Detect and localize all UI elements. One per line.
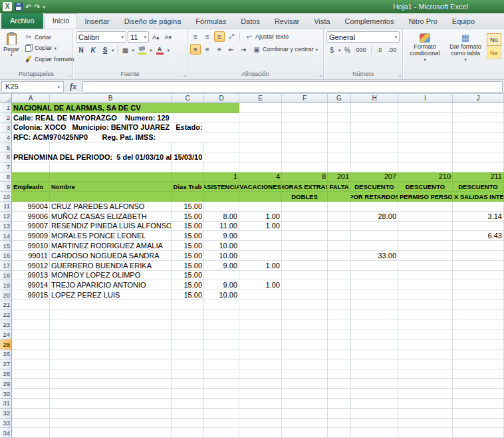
cell-J26[interactable] — [453, 349, 504, 359]
wrap-text-button[interactable]: ↩ Ajustar texto — [243, 32, 291, 42]
cell-F27[interactable] — [282, 359, 328, 369]
cell-C27[interactable] — [172, 359, 204, 369]
cell-C24[interactable] — [172, 329, 204, 339]
cell-I21[interactable] — [398, 300, 453, 310]
cell-A16[interactable]: 99011 — [12, 251, 50, 261]
cell-B26[interactable] — [50, 349, 172, 359]
cell-J30[interactable] — [453, 389, 504, 399]
row-header-22[interactable]: 22 — [0, 310, 12, 320]
cell-style-normal[interactable]: No — [487, 33, 501, 46]
cell-H27[interactable] — [351, 359, 398, 369]
cell-E16[interactable] — [239, 251, 282, 261]
cell-I1[interactable] — [398, 103, 453, 113]
cell-H18[interactable] — [351, 271, 398, 281]
cell-G13[interactable] — [328, 222, 351, 232]
redo-icon[interactable]: ↷ — [34, 3, 40, 11]
row-header-30[interactable]: 30 — [0, 389, 12, 399]
cell-C15[interactable]: 15.00 — [172, 241, 204, 251]
cell-E34[interactable] — [239, 428, 282, 438]
cell-B29[interactable] — [50, 379, 172, 389]
cell-F15[interactable] — [282, 241, 328, 251]
cell-I34[interactable] — [398, 428, 453, 438]
cell-C19[interactable]: 15.00 — [172, 280, 204, 290]
cell-F14[interactable] — [282, 231, 328, 241]
cell-B14[interactable]: MORALES PONCE LEONEL — [50, 231, 172, 241]
decrease-indent-button[interactable]: ⇤ — [226, 44, 237, 55]
cell-D13[interactable]: 11.00 — [204, 222, 239, 232]
cell-D28[interactable] — [204, 369, 239, 379]
cell-G22[interactable] — [328, 310, 351, 320]
cell-E20[interactable] — [239, 290, 282, 300]
cell-D33[interactable] — [204, 419, 239, 429]
cell-E22[interactable] — [239, 310, 282, 320]
cell-C11[interactable]: 15.00 — [172, 202, 204, 212]
cell-I13[interactable] — [398, 222, 453, 232]
cell-H11[interactable] — [351, 202, 398, 212]
cell-H25[interactable] — [351, 339, 398, 349]
cell-D12[interactable]: 8.00 — [204, 212, 239, 222]
cell-I15[interactable] — [398, 241, 453, 251]
cell-H15[interactable] — [351, 241, 398, 251]
cell-A34[interactable] — [12, 428, 50, 438]
align-bottom-button[interactable]: ≡ — [214, 31, 225, 42]
cell-G12[interactable] — [328, 212, 351, 222]
cell-A33[interactable] — [12, 419, 50, 429]
cell-F32[interactable] — [282, 409, 328, 419]
cell-F17[interactable] — [282, 261, 328, 271]
align-center-button[interactable]: ≡ — [202, 44, 213, 55]
cell-H31[interactable] — [351, 399, 398, 409]
cell-B18[interactable]: MONROY LOPEZ OLIMPO — [50, 271, 172, 281]
cell-D24[interactable] — [204, 329, 239, 339]
tab-inicio[interactable]: Inicio — [45, 13, 78, 29]
cell-J22[interactable] — [453, 310, 504, 320]
align-left-button[interactable]: ≡ — [190, 44, 201, 55]
excel-logo-icon[interactable]: X — [3, 2, 12, 11]
cell-C21[interactable] — [172, 300, 204, 310]
cell-I5[interactable] — [398, 142, 453, 152]
row-header-24[interactable]: 24 — [0, 329, 12, 339]
cell-C18[interactable]: 15.00 — [172, 271, 204, 281]
cell-I29[interactable] — [398, 379, 453, 389]
cell-C33[interactable] — [172, 419, 204, 429]
cell-I11[interactable] — [398, 202, 453, 212]
cell-B30[interactable] — [50, 389, 172, 399]
cell-I32[interactable] — [398, 409, 453, 419]
row-header-13[interactable]: 13 — [0, 222, 12, 232]
cell-B7[interactable] — [50, 162, 172, 172]
cell-E7[interactable] — [239, 162, 282, 172]
cell-D29[interactable] — [204, 379, 239, 389]
cell-A4[interactable]: RFC: ACM970425NP0 Reg. Pat. IMSS: — [12, 132, 239, 142]
cell-I26[interactable] — [398, 349, 453, 359]
cell-E31[interactable] — [239, 399, 282, 409]
cell-J23[interactable] — [453, 320, 504, 330]
cell-J31[interactable] — [453, 399, 504, 409]
row-header-20[interactable]: 20 — [0, 290, 12, 300]
cell-I9[interactable]: DESCUENTO — [398, 182, 453, 192]
row-header-3[interactable]: 3 — [0, 123, 12, 133]
currency-button[interactable]: $ — [326, 45, 337, 55]
tab-nitro-pro[interactable]: Nitro Pro — [401, 15, 444, 29]
cell-I31[interactable] — [398, 399, 453, 409]
cell-D26[interactable] — [204, 349, 239, 359]
insert-function-button[interactable]: fx — [66, 82, 80, 92]
number-dialog-launcher-icon[interactable]: ⌟ — [398, 72, 401, 78]
cell-G33[interactable] — [328, 419, 351, 429]
cell-B15[interactable]: MARTINEZ RODRIGUEZ AMALIA — [50, 241, 172, 251]
tab-fórmulas[interactable]: Fórmulas — [188, 15, 233, 29]
cell-G25[interactable] — [328, 339, 351, 349]
column-header-D[interactable]: D — [204, 94, 239, 103]
cell-F19[interactable] — [282, 280, 328, 290]
cell-G26[interactable] — [328, 349, 351, 359]
tab-archivo[interactable]: Archivo — [1, 13, 43, 29]
cell-B17[interactable]: GUERRERO BUENDIA ERIKA — [50, 261, 172, 271]
cell-E5[interactable] — [239, 142, 282, 152]
cell-B8[interactable] — [50, 172, 172, 182]
cell-J29[interactable] — [453, 379, 504, 389]
cell-J13[interactable] — [453, 222, 504, 232]
cell-H26[interactable] — [351, 349, 398, 359]
cell-A7[interactable] — [12, 162, 50, 172]
cell-J12[interactable]: 3.14 — [453, 212, 504, 222]
cell-D19[interactable]: 9.00 — [204, 280, 239, 290]
cell-H9[interactable]: DESCUENTO — [351, 182, 398, 192]
cell-J19[interactable] — [453, 280, 504, 290]
